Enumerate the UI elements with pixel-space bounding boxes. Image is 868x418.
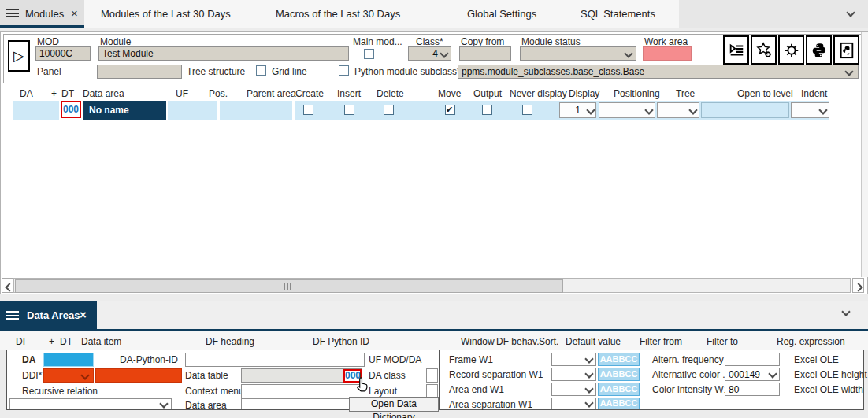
column-header-di: DI [16,336,25,347]
tab-sql-statements[interactable]: SQL Statements [581,8,655,20]
grid-line-label: Grid line [272,66,307,77]
python-subclass-dropdown[interactable]: ppms.module_subclasses.base_class.Base [458,65,859,79]
column-header-df-python-id: DF Python ID [313,336,369,347]
tree-structure-label: Tree structure [187,66,245,77]
tab-data-areas[interactable]: Data Areas × [0,301,97,329]
da-field[interactable] [43,353,94,367]
area-separation-w1-color-field[interactable]: AABBCC [598,398,640,409]
column-header-parent-area: Parent area [247,88,296,99]
chevron-left-icon [5,283,13,291]
favorites-settings-button[interactable] [751,35,777,65]
run-button[interactable]: ▷ [8,40,30,72]
run-options-icon [728,42,745,59]
da-label: DA [22,354,35,365]
da-class-field[interactable] [426,368,438,383]
hscrollbar-track[interactable] [13,278,851,293]
tab-modules[interactable]: Modules × [0,0,84,25]
copy-from-field[interactable] [459,46,511,61]
python-subclass-label: Python module subclass* [354,66,461,77]
column-header-tree: Tree [676,88,695,99]
tab-modules-label: Modules [25,8,64,20]
move-checkbox[interactable] [445,105,455,115]
column-header-df-heading: DF heading [206,336,254,347]
column-header-data-area: Data area [83,88,124,99]
column-header-window: Window [461,336,495,347]
grid-line-checkbox[interactable] [256,65,266,76]
create-checkbox[interactable] [303,105,313,115]
column-header-default-value: Default value [566,336,621,347]
menu-icon[interactable] [6,311,19,320]
settings-button[interactable] [778,35,804,65]
screen: Modules × Modules of the Last 30 Days Ma… [0,0,868,418]
column-header-uf: UF [176,88,188,99]
recursive-relation-dropdown[interactable] [9,398,172,409]
data-area-field[interactable] [241,398,362,409]
close-icon[interactable]: × [80,309,87,320]
hscrollbar-thumb[interactable] [15,279,563,293]
delete-checkbox[interactable] [384,105,394,115]
main-mod-checkbox[interactable] [364,49,374,59]
python-file-button[interactable] [833,35,859,65]
row-data-area-name[interactable]: No name [83,101,166,120]
python-icon [811,42,828,59]
output-checkbox[interactable] [482,105,492,115]
run-options-button[interactable] [723,35,749,65]
row-cell-da[interactable] [13,101,59,120]
column-header-positioning: Positioning [614,88,660,99]
tab-global-settings[interactable]: Global Settings [467,8,536,20]
data-item-header-row: DI + DT Data item DF heading DF Python I… [0,331,868,350]
ddi-field[interactable] [95,368,182,383]
mod-field[interactable]: 10000C [35,46,91,61]
python-button[interactable] [806,35,832,65]
da-python-id-field[interactable] [185,353,365,367]
column-header-display: Display [569,88,599,99]
row-cell-uf[interactable] [168,101,217,120]
close-icon[interactable]: × [71,7,78,19]
panel-field[interactable] [97,65,182,79]
da-class-label: DA class [369,370,406,381]
scroll-left-button[interactable] [2,278,13,293]
data-areas-tab-bar: Data Areas × [0,301,868,329]
python-subclass-checkbox[interactable] [339,65,349,76]
color-intensity-w1-field[interactable]: 80 [725,383,780,396]
frame-w1-label: Frame W1 [449,354,493,365]
work-area-field[interactable] [643,46,692,61]
row-dt-code[interactable]: 000 [61,101,81,118]
area-separation-w1-label: Area separation W1 [449,399,532,410]
row-cell-pos-parent[interactable] [220,101,292,120]
tab-macros-last-30-days[interactable]: Macros of the Last 30 Days [276,8,400,20]
menu-icon[interactable] [6,9,19,17]
insert-checkbox[interactable] [344,105,354,115]
column-header-insert: Insert [337,88,361,99]
column-header-dt: DT [61,88,74,99]
chevron-down-icon[interactable] [841,307,850,316]
add-row-button[interactable]: + [51,88,57,99]
vertical-scrollbar[interactable] [861,32,868,277]
frame-w1-color-field[interactable]: AABBCC [598,353,640,366]
class-label: Class* [416,36,443,47]
module-field[interactable]: Test Module [98,46,349,61]
column-header-da: DA [20,88,33,99]
column-header-reg-expression: Reg. expression [777,336,845,347]
column-header-pos: Pos. [209,88,228,99]
altern-frequency-field[interactable] [725,353,780,366]
context-menu-field[interactable] [241,384,362,398]
open-to-level-field[interactable] [701,102,789,118]
tab-modules-last-30-days[interactable]: Modules of the Last 30 Days [101,8,231,20]
scroll-right-button[interactable] [852,278,864,293]
area-end-w1-color-field[interactable]: AABBCC [598,383,640,396]
area-end-w1-label: Area end W1 [449,384,504,395]
color-intensity-w1-label: Color intensity W1 [652,384,729,395]
data-area-label: Data area [185,400,227,411]
chevron-down-icon[interactable] [846,8,855,17]
column-header-filter-to: Filter to [707,336,738,347]
module-status-dropdown[interactable] [520,46,636,61]
column-header-delete: Delete [377,88,404,99]
add-row-button[interactable]: + [49,336,54,347]
never-display-checkbox[interactable] [522,105,532,115]
main-mod-label: Main mod... [353,36,402,47]
alternative-color-label: Alternative color ... [652,369,730,380]
record-separation-w1-color-field[interactable]: AABBCC [598,368,640,381]
panel-label: Panel [37,66,61,77]
column-header-df-behav: DF behav. [496,336,539,347]
